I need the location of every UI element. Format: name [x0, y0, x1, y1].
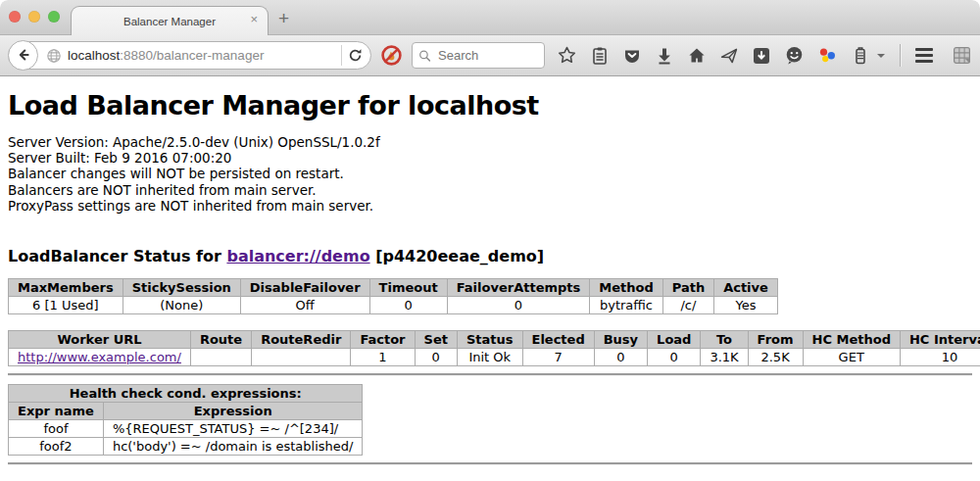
new-tab-button[interactable]: +	[278, 8, 289, 29]
zoom-window-button[interactable]	[48, 11, 60, 23]
tab-close-icon[interactable]: ×	[250, 13, 258, 25]
cell-routeredir	[252, 349, 351, 366]
pocket-icon[interactable]	[622, 46, 642, 66]
reload-button[interactable]	[348, 48, 363, 63]
col-hc-interval: HC Interval	[900, 331, 980, 349]
cell-timeout: 0	[369, 297, 447, 314]
col-worker-url: Worker URL	[9, 331, 191, 349]
send-tab-icon[interactable]	[719, 46, 739, 66]
back-arrow-icon	[16, 47, 31, 63]
table-title-row: Health check cond. expressions:	[9, 385, 363, 403]
colored-dots-addon-icon[interactable]	[817, 45, 838, 66]
tab-bar: Balancer Manager × +	[0, 0, 980, 35]
url-path: :8880/balancer-manager	[120, 48, 264, 63]
search-bar[interactable]	[412, 42, 545, 69]
url-text[interactable]: localhost:8880/balancer-manager	[68, 48, 335, 63]
persist-warning-line: Balancer changes will NOT be persisted o…	[8, 166, 972, 181]
col-factor: Factor	[351, 331, 415, 349]
col-busy: Busy	[594, 331, 647, 349]
cell-hc-interval: 10	[900, 349, 980, 366]
cell-stickysession: (None)	[122, 297, 240, 314]
cell-expression: hc('body') =~ /domain is established/	[103, 438, 363, 456]
cell-from: 2.5K	[748, 349, 803, 366]
container-addon-icon[interactable]	[851, 46, 870, 66]
col-from: From	[748, 331, 803, 349]
cell-status: Init Ok	[457, 349, 522, 366]
col-elected: Elected	[522, 331, 594, 349]
col-stickysession: StickySession	[122, 279, 240, 297]
col-path: Path	[662, 279, 713, 297]
col-expression: Expression	[103, 403, 363, 420]
cell-maxmembers: 6 [1 Used]	[9, 297, 123, 314]
col-load: Load	[648, 331, 701, 349]
cell-path: /c/	[662, 297, 713, 314]
cell-expr-name: foof	[9, 420, 104, 438]
server-info: Server Version: Apache/2.5.0-dev (Unix) …	[8, 134, 972, 214]
worker-url-link[interactable]: http://www.example.com/	[18, 350, 181, 364]
save-to-device-icon[interactable]	[752, 46, 771, 66]
col-active: Active	[714, 279, 778, 297]
home-icon[interactable]	[687, 46, 707, 66]
minimize-window-button[interactable]	[28, 11, 40, 23]
url-host: localhost	[68, 48, 120, 63]
table-row: foof %{REQUEST_STATUS} =~ /^[234]/	[9, 420, 363, 438]
worker-status-table: Worker URL Route RouteRedir Factor Set S…	[8, 330, 980, 366]
health-table-title: Health check cond. expressions:	[9, 385, 363, 403]
chat-smiley-icon[interactable]	[784, 45, 805, 66]
table-row: http://www.example.com/ 1 0 Init Ok 7 0 …	[9, 349, 980, 366]
search-icon	[418, 49, 431, 63]
cell-elected: 7	[522, 349, 594, 366]
col-hc-method: HC Method	[803, 331, 900, 349]
col-disablefailover: DisableFailover	[240, 279, 369, 297]
content-blocked-icon[interactable]	[380, 44, 403, 67]
col-expr-name: Expr name	[9, 403, 104, 420]
bookmark-star-icon[interactable]	[557, 45, 577, 66]
grid-addon-icon[interactable]	[952, 45, 972, 66]
page-title: Load Balancer Manager for localhost	[8, 90, 972, 120]
col-set: Set	[415, 331, 457, 349]
cell-to: 3.1K	[701, 349, 748, 366]
back-button[interactable]	[8, 40, 38, 71]
menu-button[interactable]	[915, 48, 933, 63]
table-header-row: Worker URL Route RouteRedir Factor Set S…	[9, 331, 980, 349]
urlbar-divider	[341, 45, 342, 66]
reading-list-icon[interactable]	[590, 46, 610, 66]
section-divider	[8, 373, 972, 376]
health-check-expressions-table: Health check cond. expressions: Expr nam…	[8, 384, 363, 456]
inherit-warning-line: Balancers are NOT inherited from main se…	[8, 182, 972, 198]
col-routeredir: RouteRedir	[252, 331, 351, 349]
cell-route	[190, 349, 251, 366]
cell-load: 0	[648, 349, 701, 366]
table-row: foof2 hc('body') =~ /domain is establish…	[9, 438, 363, 456]
tab-title: Balancer Manager	[123, 16, 216, 27]
tab-balancer-manager[interactable]: Balancer Manager ×	[71, 6, 269, 35]
cell-method: bytraffic	[590, 297, 662, 314]
globe-icon	[46, 48, 62, 64]
cell-set: 0	[415, 349, 457, 366]
cell-expr-name: foof2	[9, 438, 104, 456]
table-header-row: Expr name Expression	[9, 403, 363, 420]
cell-busy: 0	[594, 349, 647, 366]
server-version-line: Server Version: Apache/2.5.0-dev (Unix) …	[8, 134, 972, 150]
browser-window: Balancer Manager × + localhost:8880/bala…	[0, 0, 980, 481]
loadbalancer-status-heading: LoadBalancer Status for balancer://demo …	[8, 247, 972, 265]
table-row: 6 [1 Used] (None) Off 0 0 bytraffic /c/ …	[9, 297, 778, 314]
chevron-down-icon[interactable]	[877, 54, 885, 58]
balancer-demo-link[interactable]: balancer://demo	[226, 247, 369, 265]
table-header-row: MaxMembers StickySession DisableFailover…	[9, 279, 778, 297]
close-window-button[interactable]	[9, 11, 21, 23]
server-built-line: Server Built: Feb 9 2016 07:00:20	[8, 150, 972, 166]
search-input[interactable]	[436, 47, 538, 64]
cell-failoverattempts: 0	[447, 297, 590, 314]
col-maxmembers: MaxMembers	[9, 279, 123, 297]
cell-active: Yes	[714, 297, 778, 314]
url-bar[interactable]: localhost:8880/balancer-manager	[8, 41, 371, 70]
col-route: Route	[190, 331, 251, 349]
cell-hc-method: GET	[803, 349, 900, 366]
toolbar-icons	[557, 44, 972, 67]
status-heading-suffix: [p4420eeae_demo]	[370, 247, 545, 265]
bottom-divider	[8, 462, 972, 465]
cell-worker-url: http://www.example.com/	[9, 349, 191, 366]
downloads-icon[interactable]	[655, 46, 674, 66]
cell-expression: %{REQUEST_STATUS} =~ /^[234]/	[103, 420, 363, 438]
